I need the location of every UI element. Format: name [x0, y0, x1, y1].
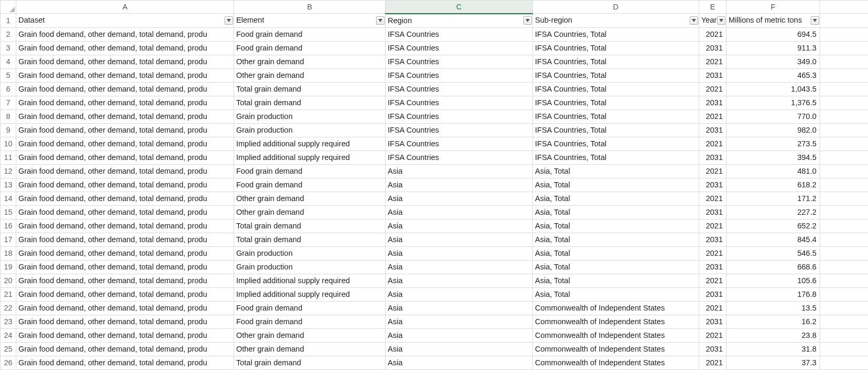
cell-element[interactable]: Implied additional supply required	[234, 151, 386, 164]
cell-dataset[interactable]: Grain food demand, other demand, total d…	[16, 328, 234, 342]
cell-element[interactable]: Other grain demand	[234, 205, 386, 219]
cell-subregion[interactable]: IFSA Countries, Total	[533, 137, 699, 151]
cell-dataset[interactable]: Grain food demand, other demand, total d…	[16, 55, 234, 68]
cell-value[interactable]: 770.0	[726, 109, 820, 123]
row-header[interactable]: 8	[1, 109, 16, 123]
row-header[interactable]: 25	[1, 342, 16, 356]
cell-value[interactable]: 16.2	[726, 315, 820, 328]
cell-dataset[interactable]: Grain food demand, other demand, total d…	[16, 68, 234, 82]
cell-subregion[interactable]: Commonwealth of Independent States	[533, 328, 699, 342]
cell-dataset[interactable]: Grain food demand, other demand, total d…	[16, 219, 234, 233]
cell-region[interactable]: Asia	[386, 205, 533, 219]
cell-dataset[interactable]: Grain food demand, other demand, total d…	[16, 287, 234, 301]
cell-value[interactable]: 1,376.5	[726, 96, 820, 109]
cell-year[interactable]: 2021	[699, 82, 726, 96]
cell-dataset[interactable]: Grain food demand, other demand, total d…	[16, 301, 234, 315]
cell-value[interactable]: 105.6	[726, 274, 820, 287]
cell-empty[interactable]	[820, 96, 869, 109]
cell-element[interactable]: Other grain demand	[234, 328, 386, 342]
cell-element[interactable]: Food grain demand	[234, 27, 386, 41]
filter-dropdown-icon[interactable]	[523, 16, 532, 25]
cell-subregion[interactable]: IFSA Countries, Total	[533, 68, 699, 82]
cell-region[interactable]: IFSA Countries	[386, 27, 533, 41]
row-header[interactable]: 10	[1, 137, 16, 151]
cell-dataset[interactable]: Grain food demand, other demand, total d…	[16, 342, 234, 356]
cell-year[interactable]: 2031	[699, 205, 726, 219]
cell-year[interactable]: 2021	[699, 164, 726, 178]
row-header[interactable]: 7	[1, 96, 16, 109]
cell-year[interactable]: 2021	[699, 328, 726, 342]
cell-year[interactable]: 2021	[699, 55, 726, 68]
row-header[interactable]: 14	[1, 192, 16, 205]
cell-dataset[interactable]: Grain food demand, other demand, total d…	[16, 233, 234, 246]
cell-year[interactable]: 2031	[699, 68, 726, 82]
cell-element[interactable]: Other grain demand	[234, 342, 386, 356]
cell-value[interactable]: 394.5	[726, 151, 820, 164]
cell-year[interactable]: 2031	[699, 315, 726, 328]
cell-dataset[interactable]: Grain food demand, other demand, total d…	[16, 246, 234, 260]
cell-value[interactable]: 176.8	[726, 287, 820, 301]
cell-empty[interactable]	[820, 41, 869, 55]
cell-empty[interactable]	[820, 287, 869, 301]
cell-dataset[interactable]: Grain food demand, other demand, total d…	[16, 123, 234, 137]
cell-value[interactable]: 37.3	[726, 356, 820, 369]
cell-empty[interactable]	[820, 14, 869, 28]
cell-empty[interactable]	[820, 82, 869, 96]
cell-region[interactable]: IFSA Countries	[386, 151, 533, 164]
cell-year[interactable]: 2031	[699, 178, 726, 192]
cell-region[interactable]: IFSA Countries	[386, 109, 533, 123]
cell-region[interactable]: Asia	[386, 301, 533, 315]
cell-value[interactable]: 982.0	[726, 123, 820, 137]
cell-region[interactable]: IFSA Countries	[386, 82, 533, 96]
cell-year[interactable]: 2031	[699, 96, 726, 109]
cell-region[interactable]: Asia	[386, 260, 533, 274]
cell-value[interactable]: 23.8	[726, 328, 820, 342]
cell-region[interactable]: IFSA Countries	[386, 123, 533, 137]
cell-year[interactable]: 2021	[699, 27, 726, 41]
cell-dataset[interactable]: Grain food demand, other demand, total d…	[16, 315, 234, 328]
row-header[interactable]: 20	[1, 274, 16, 287]
cell-empty[interactable]	[820, 178, 869, 192]
cell-empty[interactable]	[820, 205, 869, 219]
cell-year[interactable]: 2021	[699, 109, 726, 123]
cell-subregion[interactable]: IFSA Countries, Total	[533, 27, 699, 41]
cell-year[interactable]: 2031	[699, 151, 726, 164]
column-header-D[interactable]: D	[533, 1, 699, 14]
cell-empty[interactable]	[820, 301, 869, 315]
column-header-B[interactable]: B	[234, 1, 386, 14]
cell-year[interactable]: 2031	[699, 342, 726, 356]
cell-value[interactable]: 1,043.5	[726, 82, 820, 96]
cell-element[interactable]: Other grain demand	[234, 192, 386, 205]
cell-empty[interactable]	[820, 233, 869, 246]
cell-dataset[interactable]: Grain food demand, other demand, total d…	[16, 27, 234, 41]
cell-value[interactable]: 13.5	[726, 301, 820, 315]
cell-element[interactable]: Grain production	[234, 260, 386, 274]
cell-element[interactable]: Food grain demand	[234, 164, 386, 178]
cell-subregion[interactable]: Commonwealth of Independent States	[533, 315, 699, 328]
cell-value[interactable]: 618.2	[726, 178, 820, 192]
cell-year[interactable]: 2031	[699, 41, 726, 55]
row-header-1[interactable]: 1	[1, 14, 16, 28]
cell-subregion[interactable]: Commonwealth of Independent States	[533, 356, 699, 369]
cell-region[interactable]: Asia	[386, 287, 533, 301]
cell-region[interactable]: IFSA Countries	[386, 137, 533, 151]
row-header[interactable]: 2	[1, 27, 16, 41]
header-cell-B[interactable]: Element	[234, 14, 386, 28]
header-cell-E[interactable]: Year	[699, 14, 726, 28]
column-header-C[interactable]: C	[386, 1, 533, 14]
row-header[interactable]: 23	[1, 315, 16, 328]
cell-subregion[interactable]: IFSA Countries, Total	[533, 109, 699, 123]
cell-subregion[interactable]: Asia, Total	[533, 260, 699, 274]
cell-empty[interactable]	[820, 219, 869, 233]
cell-empty[interactable]	[820, 27, 869, 41]
cell-subregion[interactable]: Asia, Total	[533, 233, 699, 246]
cell-year[interactable]: 2021	[699, 137, 726, 151]
column-header-F[interactable]: F	[726, 1, 820, 14]
row-header[interactable]: 19	[1, 260, 16, 274]
cell-region[interactable]: IFSA Countries	[386, 55, 533, 68]
cell-dataset[interactable]: Grain food demand, other demand, total d…	[16, 178, 234, 192]
cell-dataset[interactable]: Grain food demand, other demand, total d…	[16, 274, 234, 287]
cell-value[interactable]: 668.6	[726, 260, 820, 274]
cell-region[interactable]: Asia	[386, 178, 533, 192]
cell-year[interactable]: 2031	[699, 233, 726, 246]
